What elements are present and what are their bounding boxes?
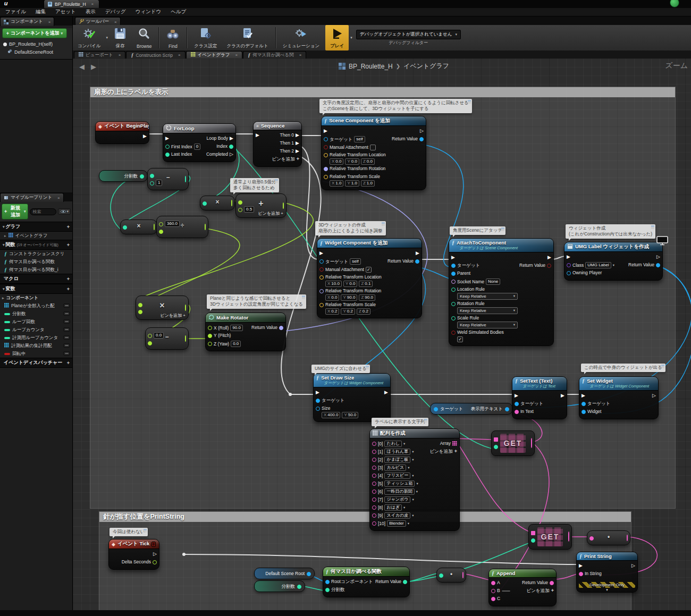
multiply-1[interactable]: ×	[200, 196, 235, 210]
str-pin[interactable]	[491, 581, 495, 585]
str-pin[interactable]	[372, 490, 376, 494]
event-graph-canvas[interactable]: 扇形の上にラベルを表示針が指す位置をPrintString ◆イベント Begi…	[73, 58, 691, 610]
pin-value-field[interactable]: スイカの皮	[384, 512, 410, 519]
pin-value-field[interactable]: 0.0	[154, 332, 164, 339]
doc-tab-inactive[interactable]: ビューポート×	[74, 51, 125, 58]
chevron-down-icon[interactable]: ▾	[412, 474, 414, 478]
node-header[interactable]: ƒWidget Component を追加	[317, 239, 422, 248]
toolbar-button-find[interactable]: Find	[161, 25, 184, 50]
float-pin[interactable]	[238, 200, 242, 205]
doc-tab-inactive[interactable]: ƒConstruction Scrip×	[126, 51, 185, 58]
str-pin[interactable]	[372, 521, 376, 526]
int-pin[interactable]	[494, 445, 498, 449]
get-display-text[interactable]: ターゲット表示用テキスト	[430, 403, 513, 415]
add-new-button[interactable]: +新規追加▾	[2, 204, 28, 220]
section-header[interactable]: イベントディスパッチャー+	[0, 358, 72, 368]
breadcrumb-root[interactable]: BP_Roulette_H	[349, 63, 393, 70]
int-pin[interactable]	[229, 145, 233, 149]
pin-value-field[interactable]: self	[350, 258, 360, 265]
chevron-down-icon[interactable]: ▾	[613, 263, 614, 267]
str-pin[interactable]	[372, 513, 376, 518]
bool-pin[interactable]	[324, 145, 328, 149]
exec-pin[interactable]: ▶	[547, 255, 551, 260]
chevron-down-icon[interactable]: ▾	[412, 513, 414, 518]
chevron-down-icon[interactable]: ▾	[412, 497, 414, 502]
toolbar-button-simulation[interactable]: シミュレーション	[278, 25, 324, 50]
node-header[interactable]: ƒPrint String	[577, 552, 637, 561]
chevron-down-icon[interactable]: ▾	[106, 36, 108, 40]
component-tree-item[interactable]: BP_Roulette_H(self)	[0, 40, 72, 48]
obj-pin[interactable]	[434, 407, 438, 411]
axis-field[interactable]: Z0.1	[359, 281, 373, 287]
obj-pin[interactable]	[419, 137, 424, 141]
close-icon[interactable]: ×	[57, 196, 60, 200]
node-header[interactable]: ƒSet Widgetターゲットは Widget Component	[579, 377, 658, 391]
comment-bubble[interactable]: 角度用Sceneにアタッチ	[450, 226, 505, 235]
comment-bubble[interactable]: 通常より扇形0.5個分多く回転させるため	[230, 178, 279, 192]
sequence[interactable]: »Sequence▶▶Then 0▶Then 1▶Then 2+ピンを追加	[253, 121, 302, 167]
float-pin[interactable]	[159, 222, 163, 226]
name-pin[interactable]	[451, 280, 456, 284]
comment-bubble[interactable]: 3Dウィジェットの作成扇形の上にくるように傾き調整	[315, 221, 386, 235]
int-pin[interactable]	[297, 585, 301, 589]
toolbar-button-class-settings[interactable]: クラス設定	[189, 25, 222, 50]
axis-field[interactable]: Z0.0	[361, 158, 375, 165]
add-pin-icon[interactable]: +	[297, 156, 299, 162]
obj-pin[interactable]	[307, 572, 311, 576]
exec-pin[interactable]: ▶	[165, 136, 169, 141]
chevron-down-icon[interactable]: ▾	[350, 36, 352, 40]
exec-pin[interactable]: ▶	[561, 393, 564, 399]
float-pin[interactable]	[159, 230, 163, 234]
exec-pin[interactable]: ▶	[579, 563, 583, 569]
get-bunkatsusu-1[interactable]: 分割数	[99, 170, 148, 182]
menu-item[interactable]: アセット	[55, 9, 76, 15]
toolbar-button-class-defaults[interactable]: クラスのデフォルト	[222, 25, 273, 50]
add-component-button[interactable]: +コンポーネントを追加▾	[2, 28, 67, 38]
pin-value-field[interactable]	[502, 590, 510, 592]
set-text[interactable]: ƒSetText (Text)ターゲットは Text▶▶ターゲットIn Text	[512, 376, 567, 419]
int-pin[interactable]	[185, 176, 186, 182]
node-header[interactable]: ƒSetText (Text)ターゲットは Text	[512, 377, 567, 391]
pin-value-field[interactable]: 360.0	[165, 221, 180, 227]
enum-dropdown[interactable]: Keep Relative▾	[457, 307, 518, 314]
str-pin[interactable]	[372, 505, 376, 510]
enum-pin[interactable]	[451, 288, 456, 292]
array-pin[interactable]	[452, 441, 457, 447]
vec-pin[interactable]	[324, 153, 328, 157]
node-header[interactable]: ƒ何マス目か調べる関数	[323, 567, 409, 577]
sidebar-item-function[interactable]: ƒ何マス目か調べる関数_i	[0, 266, 72, 274]
obj-pin[interactable]	[451, 264, 456, 268]
attach-to-component[interactable]: ƒAttachToComponentターゲットは Scene Component…	[449, 238, 554, 346]
int-pin[interactable]	[140, 174, 144, 179]
bool-pin[interactable]	[547, 264, 551, 268]
obj-pin[interactable]	[319, 259, 324, 264]
axis-field[interactable]: X400.0	[322, 412, 340, 418]
eye-toggle[interactable]	[63, 335, 70, 341]
node-header[interactable]: UMG Label ウィジェットを作成	[564, 242, 662, 252]
comment-bubble[interactable]: ウィジェット作成(これがConstruction内では出来なかった)	[566, 224, 655, 239]
int-pin[interactable]	[531, 538, 535, 543]
checkbox[interactable]: ✓	[457, 336, 463, 342]
toolbar-button-compile[interactable]: コンパイル	[73, 25, 106, 50]
add-pin-label[interactable]: ピンを追加 +	[161, 313, 186, 318]
str-pin[interactable]	[372, 474, 376, 478]
add-button[interactable]: +	[67, 242, 70, 248]
axis-field[interactable]: Z0.2	[357, 308, 370, 315]
close-icon[interactable]: ×	[119, 53, 121, 57]
menu-item[interactable]: 表示	[86, 9, 96, 15]
obj-pin[interactable]	[505, 407, 509, 411]
doc-tab-inactive[interactable]: ƒ何マス目か調べる関×	[243, 51, 306, 58]
str-pin[interactable]	[491, 597, 495, 601]
event-beginplay[interactable]: ◆イベント BeginPlay▶	[95, 121, 149, 144]
exec-pin[interactable]: ▶	[567, 254, 570, 260]
collapse-arrow-icon[interactable]: ▾	[577, 588, 637, 592]
to-string-conv[interactable]: •	[436, 568, 466, 583]
int-pin[interactable]	[165, 145, 170, 149]
pin-value-field[interactable]: ほうれん草	[384, 449, 410, 455]
vec-pin[interactable]	[319, 303, 324, 307]
obj-pin[interactable]	[567, 271, 571, 275]
enum-dropdown[interactable]: Keep Relative▾	[457, 293, 518, 300]
comment-bubble[interactable]: ラベルに表示する文字列	[372, 418, 428, 426]
subtract-0[interactable]: 0.0−	[145, 327, 189, 350]
text-pin[interactable]	[515, 410, 519, 414]
